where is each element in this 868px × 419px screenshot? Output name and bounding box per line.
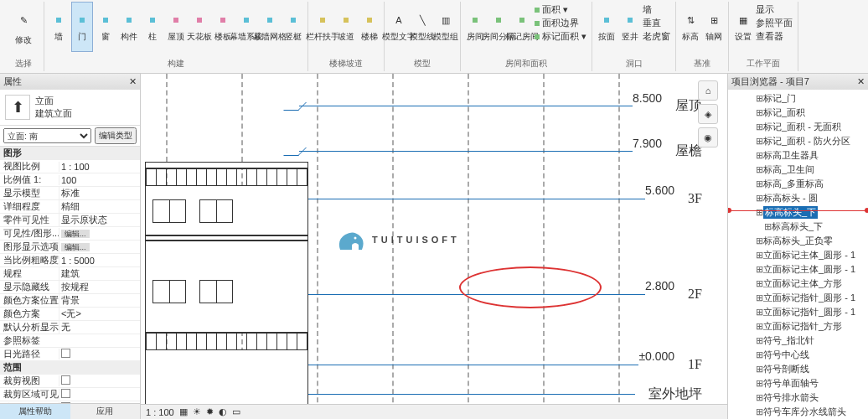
tree-node[interactable]: ⊞标高_多重标高 <box>730 177 866 191</box>
property-value[interactable]: 精细 <box>59 200 140 213</box>
expand-icon[interactable]: ⊞ <box>755 406 763 417</box>
properties-grid[interactable]: 图形视图比例1 : 100比例值 1:100显示模型标准详细程度精细零件可见性显… <box>0 147 140 403</box>
edit-type-button[interactable]: 编辑类型 <box>95 127 137 144</box>
expand-icon[interactable]: ⊞ <box>755 178 763 189</box>
wall-button[interactable]: 墙 <box>48 2 70 52</box>
property-row[interactable]: 图形 <box>0 147 140 160</box>
expand-icon[interactable]: ⊞ <box>755 193 763 204</box>
tree-node[interactable]: ⊞标记_面积 <box>730 106 866 120</box>
tree-node[interactable]: ⊞标记_面积 - 无面积 <box>730 120 866 134</box>
home-icon[interactable]: ⌂ <box>698 80 718 101</box>
property-value[interactable]: 背景 <box>59 294 140 307</box>
property-row[interactable]: 规程建筑 <box>0 267 140 281</box>
level-line[interactable]: 7.900屋檐 <box>287 142 702 160</box>
property-row[interactable]: 范围 <box>0 361 140 375</box>
detail-icon[interactable]: ▦ <box>179 406 188 417</box>
room-sep-button[interactable]: 房间分隔 <box>488 2 509 52</box>
roof-button[interactable]: 屋顶 <box>165 2 187 52</box>
expand-icon[interactable]: ⊞ <box>763 221 772 232</box>
stair-button[interactable]: 楼梯 <box>359 2 380 52</box>
tree-node[interactable]: ⊞标高标头_下 <box>730 205 866 220</box>
property-row[interactable]: 图形显示选项编辑... <box>0 241 140 254</box>
tree-node[interactable]: ⊞符号中心线 <box>730 348 866 362</box>
expand-icon[interactable]: ⊞ <box>755 136 763 147</box>
property-row[interactable]: 比例值 1:100 <box>0 173 140 187</box>
ceiling-button[interactable]: 天花板 <box>189 2 210 52</box>
property-row[interactable]: 显示隐藏线按规程 <box>0 281 140 294</box>
tree-node[interactable]: ⊞符号车库分水线箭头 <box>730 405 866 419</box>
property-value[interactable]: 编辑... <box>59 228 140 240</box>
expand-icon[interactable]: ⊞ <box>755 250 763 261</box>
room-button[interactable]: 房间 <box>464 2 486 52</box>
tree-node[interactable]: ⊞符号_指北针 <box>730 334 866 348</box>
expand-icon[interactable]: ⊞ <box>755 278 763 289</box>
area-bdy-link[interactable]: 面积边界 <box>535 17 586 29</box>
tree-node[interactable]: ⊞标记_门 <box>730 91 866 106</box>
model-group-button[interactable]: ▥模型组 <box>435 2 457 52</box>
tree-node[interactable]: ⊞标高卫生器具 <box>730 148 866 163</box>
property-value[interactable]: 编辑... <box>59 241 140 253</box>
expand-icon[interactable]: ⊞ <box>755 93 763 104</box>
viewcube-icon[interactable]: ◈ <box>698 104 718 124</box>
close-icon[interactable]: ✕ <box>129 76 137 87</box>
property-value[interactable]: 显示原状态 <box>59 214 140 226</box>
expand-icon[interactable]: ⊞ <box>755 292 763 303</box>
expand-icon[interactable]: ⊞ <box>755 122 763 132</box>
level-button[interactable]: ⇅标高 <box>679 2 701 52</box>
tree-node[interactable]: ⊞立面标记主体_圆形 - 1 <box>730 262 866 277</box>
opening-wall-link[interactable]: 墙 <box>643 3 670 16</box>
door-button[interactable]: 门 <box>71 2 93 52</box>
property-row[interactable]: 当比例粗略度..1 : 5000 <box>0 254 140 267</box>
model-text-button[interactable]: A模型文字 <box>388 2 410 52</box>
property-value[interactable] <box>59 349 140 360</box>
property-row[interactable]: 零件可见性显示原状态 <box>0 214 140 227</box>
property-row[interactable]: 颜色方案<无> <box>0 308 140 321</box>
property-value[interactable] <box>59 389 140 400</box>
tree-node[interactable]: ⊞立面标记指针_圆形 - 1 <box>730 305 866 319</box>
level-line[interactable]: 室外地坪 <box>287 385 702 403</box>
shadows-icon[interactable]: ◐ <box>219 406 227 417</box>
properties-help[interactable]: 属性帮助 <box>0 404 70 419</box>
type-selector[interactable]: ⬆ 立面建筑立面 <box>0 90 140 126</box>
level-line[interactable]: 5.6003F <box>287 191 702 206</box>
window-button[interactable]: 窗 <box>95 2 116 52</box>
byface-button[interactable]: 按面 <box>596 2 617 52</box>
column-button[interactable]: 柱 <box>142 2 163 52</box>
expand-icon[interactable]: ⊞ <box>755 107 763 118</box>
shaft-button[interactable]: 竖井 <box>619 2 641 52</box>
tag-area-link[interactable]: 标记面积 ▾ <box>535 30 586 43</box>
property-row[interactable]: 裁剪区域可见 <box>0 388 140 401</box>
model-line-button[interactable]: ╲模型线 <box>411 2 433 52</box>
tree-node[interactable]: ⊞标记_面积 - 防火分区 <box>730 134 866 148</box>
tree-node[interactable]: ⊞标高标头_正负零 <box>730 234 866 248</box>
expand-icon[interactable]: ⊞ <box>755 207 763 218</box>
property-row[interactable]: 显示模型标准 <box>0 187 140 200</box>
tree-node[interactable]: ⊞立面标记指针_圆形 - 1 <box>730 291 866 305</box>
sunpath-icon[interactable]: ✹ <box>206 406 214 417</box>
wp-show-link[interactable]: 显示 <box>756 3 793 16</box>
opening-vertical-link[interactable]: 垂直 <box>643 17 670 29</box>
mullion-button[interactable]: 竖梃 <box>282 2 304 52</box>
expand-icon[interactable]: ⊞ <box>755 150 763 161</box>
browser-tree[interactable]: ⊞标记_门⊞标记_面积⊞标记_面积 - 无面积⊞标记_面积 - 防火分区⊞标高卫… <box>728 90 868 419</box>
property-row[interactable]: 默认分析显示..无 <box>0 321 140 334</box>
property-row[interactable]: 视图比例1 : 100 <box>0 160 140 173</box>
level-line[interactable]: ±0.0001F <box>287 357 702 372</box>
tree-node[interactable]: ⊞标高标头_下 <box>730 220 866 234</box>
view-selector[interactable]: 立面: 南 <box>3 128 91 143</box>
property-row[interactable]: 可见性/图形...编辑... <box>0 227 140 241</box>
tree-node[interactable]: ⊞符号剖断线 <box>730 362 866 376</box>
tag-room-button[interactable]: 标记房间 <box>511 2 533 52</box>
property-value[interactable]: 标准 <box>59 187 140 199</box>
tree-node[interactable]: ⊞立面标记主体_圆形 - 1 <box>730 248 866 262</box>
property-value[interactable]: 按规程 <box>59 281 140 293</box>
property-value[interactable]: 1 : 5000 <box>59 256 140 266</box>
tree-node[interactable]: ⊞标高_卫生间 <box>730 163 866 177</box>
curtain-grid-button[interactable]: 幕墙网格 <box>259 2 281 52</box>
tree-node[interactable]: ⊞标高标头 - 圆 <box>730 191 866 205</box>
expand-icon[interactable]: ⊞ <box>755 349 763 360</box>
curtain-system-button[interactable]: 幕墙系统 <box>235 2 257 52</box>
expand-icon[interactable]: ⊞ <box>755 335 763 346</box>
tree-node[interactable]: ⊞立面标记主体_方形 <box>730 277 866 291</box>
wp-viewer-link[interactable]: 查看器 <box>756 30 793 43</box>
